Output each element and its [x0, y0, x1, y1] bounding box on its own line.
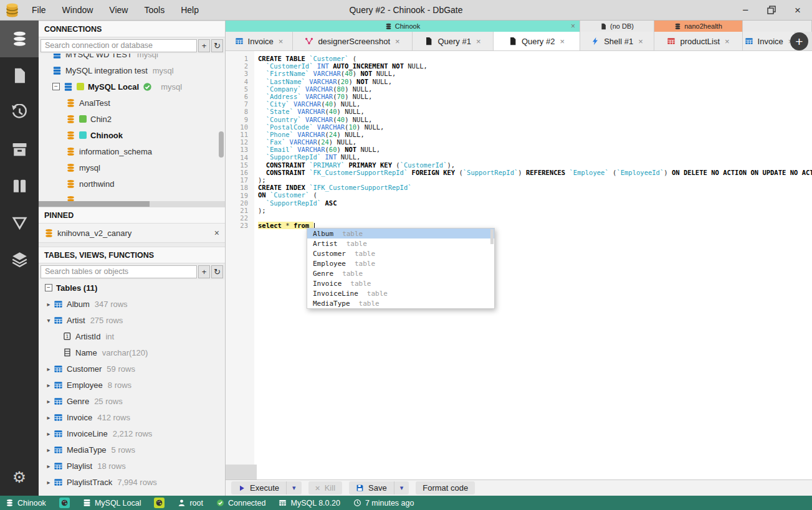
- save-button[interactable]: Save: [349, 481, 394, 494]
- connection-item[interactable]: MYSQL WD TESTmysql: [39, 54, 225, 62]
- database-icon[interactable]: [0, 21, 39, 57]
- collapse-icon[interactable]: −: [52, 83, 60, 90]
- table-item[interactable]: ▸ MediaType 5 rows: [39, 442, 225, 458]
- autocomplete-item[interactable]: MediaType table: [307, 298, 494, 308]
- button-label: Format code: [423, 483, 468, 493]
- tables-search-input[interactable]: [41, 265, 197, 278]
- table-icon: [54, 300, 63, 309]
- add-table-button[interactable]: +: [198, 265, 210, 278]
- close-tab-icon[interactable]: ×: [279, 37, 284, 46]
- tab-query-#1[interactable]: Query #1 ×: [413, 32, 494, 50]
- autocomplete-item[interactable]: Genre table: [307, 268, 494, 278]
- editor-scrollbar[interactable]: [226, 465, 257, 479]
- archive-icon[interactable]: [0, 131, 39, 168]
- tab-invoice[interactable]: Invoice ×: [226, 32, 293, 50]
- column-item[interactable]: 1 ArtistId int: [39, 328, 225, 344]
- book-icon[interactable]: [0, 168, 39, 204]
- table-item[interactable]: ▾ Artist 275 rows: [39, 312, 225, 328]
- table-item[interactable]: ▸ Playlist 18 rows: [39, 458, 225, 474]
- table-item[interactable]: ▸ PlaylistTrack 7,994 rows: [39, 474, 225, 490]
- tab-productlist[interactable]: productList ×: [654, 32, 743, 50]
- chevron-right-icon[interactable]: ▸: [44, 414, 54, 421]
- connection-item[interactable]: northwind: [39, 176, 225, 192]
- autocomplete-item[interactable]: InvoiceLine table: [307, 288, 494, 298]
- close-tab-icon[interactable]: ×: [476, 37, 481, 46]
- chevron-right-icon[interactable]: ▸: [44, 382, 54, 389]
- close-group-icon[interactable]: ×: [571, 22, 575, 31]
- menu-view[interactable]: View: [101, 0, 136, 21]
- autocomplete-item[interactable]: Album table: [307, 229, 494, 238]
- connection-item[interactable]: mysql: [39, 159, 225, 176]
- refresh-tables-button[interactable]: ↻: [211, 265, 223, 278]
- sql-editor[interactable]: 1234567891011121314151617181920212223 CR…: [226, 51, 812, 479]
- connection-item[interactable]: −MySQL Localmysql: [39, 78, 225, 95]
- connection-item[interactable]: Chin2: [39, 111, 225, 127]
- file-icon[interactable]: [0, 57, 39, 94]
- add-connection-button[interactable]: +: [198, 39, 210, 52]
- history-icon[interactable]: [0, 94, 39, 131]
- table-item[interactable]: ▸ Customer 59 rows: [39, 361, 225, 377]
- connection-item[interactable]: MySQL integration testmysql: [39, 62, 225, 78]
- tab-query-#2[interactable]: Query #2 ×: [494, 32, 580, 50]
- table-item[interactable]: ▸ Genre 25 rows: [39, 393, 225, 409]
- autocomplete-scrollbar[interactable]: [490, 229, 494, 244]
- menu-tools[interactable]: Tools: [136, 0, 173, 21]
- suggestion-name: Genre: [313, 270, 333, 278]
- connection-item[interactable]: AnalTest: [39, 95, 225, 111]
- connection-item[interactable]: Chinook: [39, 127, 225, 143]
- code-line: CONSTRAINT `FK_CustomerSupportRepId` FOR…: [258, 169, 812, 176]
- chevron-right-icon[interactable]: ▸: [44, 366, 54, 372]
- close-tab-icon[interactable]: ×: [638, 37, 643, 46]
- refresh-connections-button[interactable]: ↻: [211, 39, 223, 52]
- x-icon: ×: [315, 483, 320, 493]
- connections-horizontal-scrollbar[interactable]: [39, 201, 225, 207]
- connections-search-input[interactable]: [41, 39, 197, 52]
- chevron-right-icon[interactable]: ▸: [44, 301, 54, 308]
- autocomplete-item[interactable]: Customer table: [307, 248, 494, 258]
- table-item[interactable]: ▸ Employee 8 rows: [39, 377, 225, 393]
- chevron-right-icon[interactable]: ▸: [44, 479, 54, 486]
- close-tab-icon[interactable]: ×: [395, 37, 400, 46]
- tab-shell-#1[interactable]: Shell #1 ×: [580, 32, 654, 50]
- table-item[interactable]: ▸ Album 347 rows: [39, 296, 225, 312]
- close-tab-icon[interactable]: ×: [725, 37, 730, 46]
- tab-invoice[interactable]: Invoice ×: [743, 32, 795, 50]
- settings-icon[interactable]: ⚙: [0, 459, 39, 496]
- close-tab-icon[interactable]: ×: [560, 37, 565, 46]
- autocomplete-item[interactable]: Invoice table: [307, 278, 494, 288]
- menu-file[interactable]: File: [24, 0, 54, 21]
- restore-button[interactable]: [767, 6, 776, 14]
- save-dropdown-button[interactable]: ▾: [394, 481, 409, 494]
- new-tab-button[interactable]: +: [790, 32, 808, 50]
- chevron-down-icon[interactable]: ▾: [44, 317, 54, 324]
- autocomplete-item[interactable]: Artist table: [307, 238, 494, 248]
- close-button[interactable]: ×: [795, 5, 801, 16]
- menu-window[interactable]: Window: [54, 0, 102, 21]
- column-type: int: [105, 332, 114, 341]
- tab-designerscreenshot[interactable]: designerScreenshot ×: [293, 32, 413, 50]
- chevron-right-icon[interactable]: ▸: [44, 398, 54, 405]
- execute-dropdown-button[interactable]: ▾: [286, 481, 302, 494]
- column-item[interactable]: Name varchar(120): [39, 344, 225, 361]
- unpin-close-icon[interactable]: ×: [214, 228, 219, 238]
- autocomplete-item[interactable]: Employee table: [307, 258, 494, 268]
- collapse-icon[interactable]: −: [45, 284, 52, 291]
- execute-button[interactable]: Execute: [231, 481, 286, 494]
- menu-help[interactable]: Help: [173, 0, 207, 21]
- connections-vertical-scrollbar[interactable]: [219, 131, 224, 158]
- chevron-right-icon[interactable]: ▸: [44, 430, 54, 437]
- chevron-right-icon[interactable]: ▸: [44, 463, 54, 470]
- triangle-icon[interactable]: [0, 204, 39, 241]
- minimize-button[interactable]: −: [742, 5, 748, 16]
- chevron-right-icon[interactable]: ▸: [44, 446, 54, 453]
- kill-button[interactable]: ×Kill: [308, 481, 343, 494]
- table-item[interactable]: ▸ Invoice 412 rows: [39, 409, 225, 425]
- table-item[interactable]: ▸ InvoiceLine 2,212 rows: [39, 425, 225, 442]
- layers-icon[interactable]: [0, 241, 39, 278]
- connection-item[interactable]: information_schema: [39, 143, 225, 159]
- code-line: );: [258, 176, 812, 184]
- format-button[interactable]: Format code: [416, 481, 475, 494]
- item-label: mysql: [79, 163, 100, 172]
- tables-group-header[interactable]: − Tables (11): [39, 280, 225, 296]
- pinned-item[interactable]: knihovna_v2_canary ×: [39, 224, 225, 243]
